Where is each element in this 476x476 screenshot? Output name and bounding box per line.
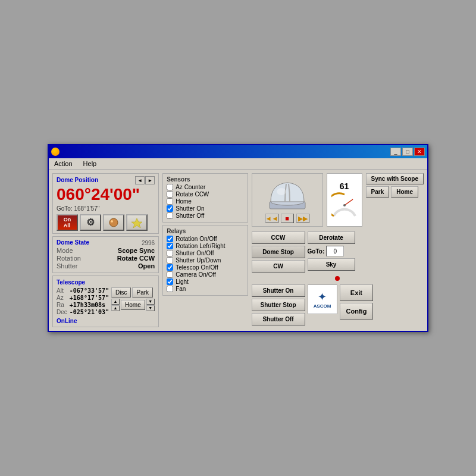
close-button[interactable]: ✕ <box>414 148 425 156</box>
shutter-label: Shutter <box>57 262 77 270</box>
svg-point-5 <box>277 188 286 195</box>
sensors-title: Sensors <box>167 176 243 183</box>
up2-arrow-button[interactable]: ▲ <box>111 305 120 311</box>
sensor-rotate-ccw-label: Rotate CCW <box>176 191 209 198</box>
sensors-panel: Sensors Az Counter Rotate CCW Home <box>162 173 248 223</box>
nav-right-button[interactable]: ► <box>145 176 155 184</box>
top-right-row: ◄◄ ■ ▶▶ 61 <box>252 173 424 227</box>
exit-button[interactable]: Exit <box>340 284 374 301</box>
menu-action[interactable]: Action <box>52 159 74 168</box>
telescope-panel: Telescope Alt -067°33'57" Az +168°17'57"… <box>52 275 159 327</box>
dome-angle-display: 060°24'00" <box>57 186 155 204</box>
home-button[interactable]: Home <box>391 186 418 198</box>
nav-left-button[interactable]: ◄ <box>135 176 145 184</box>
shutter-on-button[interactable]: Shutter On <box>252 284 305 297</box>
disc-button[interactable]: Disc <box>111 287 131 298</box>
main-content: Dome Position ◄ ► 060°24'00" GoTo: 168°1… <box>49 170 427 331</box>
park-home-row: Park Home <box>366 186 424 198</box>
gauge-box: 61 <box>327 173 362 227</box>
relay-rotation-onoff-label: Rotation On/Off <box>176 236 217 242</box>
relay-shutter-onoff-checkbox[interactable] <box>167 250 173 256</box>
right-panel: ◄◄ ■ ▶▶ 61 <box>252 173 424 327</box>
telescope-home-button[interactable]: Home <box>121 300 145 310</box>
relay-telescop-onoff: Telescop On/Off <box>167 264 243 271</box>
relay-light: Light <box>167 278 243 285</box>
sensor-shutter-on-checkbox[interactable] <box>167 205 173 212</box>
sensor-az-counter-checkbox[interactable] <box>167 184 173 190</box>
indicator-dot <box>335 276 340 281</box>
relay-rotation-onoff-checkbox[interactable] <box>167 236 173 242</box>
icon-btn-4[interactable] <box>126 214 148 231</box>
relay-telescop-onoff-label: Telescop On/Off <box>176 264 218 271</box>
down2-arrow-button[interactable]: ▼ <box>146 305 155 311</box>
shutter-col: Shutter On Shutter Stop Shutter Off <box>252 284 305 325</box>
menu-help[interactable]: Help <box>82 159 99 168</box>
telescope-park-button[interactable]: Park <box>132 287 153 298</box>
config-button[interactable]: Config <box>340 303 374 320</box>
sync-with-scope-button[interactable]: Sync with Scope <box>366 173 424 184</box>
relay-shutter-updown-checkbox[interactable] <box>167 257 173 264</box>
sensor-home-checkbox[interactable] <box>167 198 173 205</box>
derotate-button[interactable]: Derotate <box>308 231 355 244</box>
sensor-rotate-ccw-checkbox[interactable] <box>167 191 173 198</box>
sensor-shutter-off-checkbox[interactable] <box>167 212 173 219</box>
relay-camera-onoff-checkbox[interactable] <box>167 271 173 278</box>
sensor-shutter-on-label: Shutter On <box>176 205 204 212</box>
relay-light-checkbox[interactable] <box>167 278 173 285</box>
shutter-off-button[interactable]: Shutter Off <box>252 313 305 325</box>
relay-telescop-onoff-checkbox[interactable] <box>167 264 173 271</box>
svg-point-0 <box>109 218 118 227</box>
ccw-button[interactable]: CCW <box>252 231 305 244</box>
az-label: Az <box>57 295 67 301</box>
mode-value: Scope Sync <box>118 247 155 254</box>
ra-label: Ra <box>57 302 67 308</box>
svg-point-1 <box>111 220 113 223</box>
minimize-button[interactable]: _ <box>390 148 401 156</box>
relay-rotation-lr-checkbox[interactable] <box>167 243 173 249</box>
goto-row: GoTo: 168°1'57" <box>57 205 155 212</box>
dec-value: -025°21'03" <box>70 309 109 315</box>
relay-rotation-lr: Rotation Lefr/Right <box>167 243 243 249</box>
dome-position-header: Dome Position ◄ ► <box>57 176 155 184</box>
maximize-button[interactable]: □ <box>402 148 413 156</box>
dome-position-title: Dome Position <box>57 177 98 183</box>
goto-ctrl-input[interactable] <box>326 246 344 256</box>
sensor-shutter-off-label: Shutter Off <box>176 212 204 219</box>
mode-label: Mode <box>57 247 73 254</box>
dome-stop-visual-button[interactable]: ■ <box>281 214 294 223</box>
relay-fan-checkbox[interactable] <box>167 286 173 292</box>
up-arrow-button[interactable]: ▲ <box>111 299 120 305</box>
shutter-value: Open <box>138 262 155 270</box>
az-value: +168°17'57" <box>70 295 109 301</box>
dome-next-button[interactable]: ▶▶ <box>296 214 309 223</box>
gauge-arc-svg <box>331 192 358 218</box>
dome-stop-button[interactable]: Dome Stop <box>252 246 305 258</box>
relay-rotation-lr-label: Rotation Lefr/Right <box>176 243 225 249</box>
ascom-label: ASCOM <box>314 303 331 309</box>
relays-title: Relays <box>167 228 243 234</box>
relay-camera-onoff-label: Camera On/Off <box>176 271 216 278</box>
relay-shutter-updown-label: Shutter Up/Down <box>176 257 221 264</box>
shutter-stop-button[interactable]: Shutter Stop <box>252 299 305 311</box>
dome-prev-button[interactable]: ◄◄ <box>265 214 278 223</box>
cw-button[interactable]: CW <box>252 260 305 273</box>
relay-shutter-updown: Shutter Up/Down <box>167 257 243 264</box>
shutter-row: Shutter Open <box>57 262 155 270</box>
dome-position-panel: Dome Position ◄ ► 060°24'00" GoTo: 168°1… <box>52 173 159 234</box>
online-status: OnLine <box>57 318 155 324</box>
alt-value: -067°33'57" <box>70 287 109 294</box>
down-arrow-col: ▼ ▼ <box>146 299 155 311</box>
down-arrow-button[interactable]: ▼ <box>146 299 155 305</box>
dome-state-title: Dome State <box>57 239 89 246</box>
icon-btn-2[interactable]: ⚙ <box>80 214 101 231</box>
park-button[interactable]: Park <box>366 186 390 198</box>
mode-row: Mode Scope Sync <box>57 247 155 254</box>
dome-image <box>264 177 311 212</box>
icon-btn-3[interactable] <box>103 214 124 231</box>
sensor-rotate-ccw: Rotate CCW <box>167 191 243 198</box>
svg-marker-2 <box>131 218 142 228</box>
ascom-star-icon: ✦ <box>318 290 327 303</box>
on-all-button[interactable]: OnAll <box>57 214 78 231</box>
sky-button[interactable]: Sky <box>308 258 355 271</box>
alt-label: Alt <box>57 287 67 294</box>
